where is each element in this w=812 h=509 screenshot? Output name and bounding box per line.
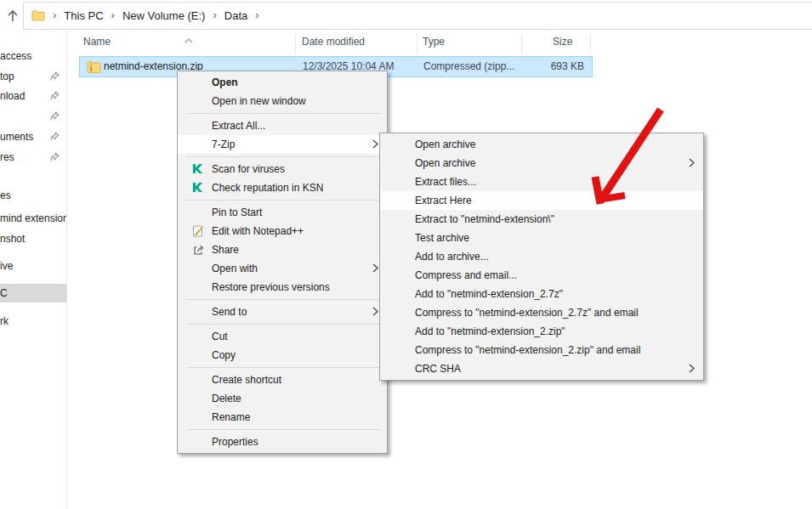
menu-item-add-to-netmind-extension-2-7z[interactable]: Add to "netmind-extension_2.7z" [380,285,703,303]
menu-item-label: Create shortcut [212,374,281,386]
column-header-type[interactable]: Type [423,36,445,48]
pin-icon [50,71,60,83]
submenu-arrow-icon [372,263,378,275]
sort-ascending-icon [185,31,193,47]
menu-item-extract-files[interactable]: Extract files... [380,172,703,191]
menu-item-label: Delete [212,393,241,404]
sidebar-item-label: uments [0,131,33,143]
menu-item-label: Properties [212,436,258,448]
sidebar-item-access[interactable]: access [0,47,66,65]
column-header-size[interactable]: Size [553,36,572,48]
sidebar-item-label: rk [0,315,9,327]
menu-item-label: CRC SHA [415,363,461,375]
sidebar-item-ive[interactable]: ive [0,257,66,275]
menu-item-crc-sha[interactable]: CRC SHA [380,359,703,378]
menu-item-test-archive[interactable]: Test archive [380,229,703,247]
sidebar-item-nload[interactable]: nload [0,87,66,105]
pin-icon [50,152,60,164]
sidebar-item-label: es [0,189,11,201]
menu-item-properties[interactable]: Properties [178,433,387,451]
seven-zip-submenu: Open archiveOpen archiveExtract files...… [379,133,704,381]
sidebar-item-blank[interactable] [0,107,66,126]
menu-item-rename[interactable]: Rename [178,408,387,427]
sidebar-item-nshot[interactable]: nshot [0,229,66,248]
sidebar-item-label: nshot [0,233,25,245]
kaspersky-icon [192,182,204,194]
menu-item-label: Extract Here [415,195,472,206]
column-header-name[interactable]: Name [83,36,111,48]
menu-item-label: Open archive [415,157,475,169]
menu-separator [186,367,381,368]
menu-item-add-to-netmind-extension-2-zip[interactable]: Add to "netmind-extension_2.zip" [380,322,703,341]
menu-item-scan-for-viruses[interactable]: Scan for viruses [178,160,387,178]
sidebar-item-label: access [0,50,31,62]
menu-item-open-archive[interactable]: Open archive [380,135,703,154]
menu-item-compress-to-netmind-extension-2-zip-and-email[interactable]: Compress to "netmind-extension_2.zip" an… [380,341,703,359]
menu-item-label: Compress to "netmind-extension_2.zip" an… [415,344,640,356]
menu-item-open-archive[interactable]: Open archive [380,154,703,172]
breadcrumb-item-new-volume-e[interactable]: New Volume (E:) [122,9,206,22]
up-arrow-icon [5,8,20,24]
address-bar[interactable]: ›This PC›New Volume (E:)›Data› [23,2,812,30]
sidebar-item-top[interactable]: top [0,67,66,86]
menu-item-copy[interactable]: Copy [178,346,387,365]
menu-item-label: Scan for viruses [212,163,285,175]
menu-item-label: Share [212,244,239,256]
menu-item-label: Open with [212,263,258,274]
menu-item-extract-here[interactable]: Extract Here [380,191,703,210]
menu-item-label: Send to [212,306,247,318]
notepadpp-icon [192,225,204,237]
menu-item-label: Open in new window [212,95,306,107]
column-header-date-modified[interactable]: Date modified [302,36,365,48]
breadcrumb-item-data[interactable]: Data [224,9,247,22]
submenu-arrow-icon [689,158,695,170]
menu-separator [186,156,381,157]
menu-separator [186,113,381,114]
menu-item-open[interactable]: Open [178,73,387,92]
menu-item-open-with[interactable]: Open with [178,259,387,278]
zip-file-icon [87,60,101,76]
menu-item-edit-with-notepad[interactable]: Edit with Notepad++ [178,222,387,240]
menu-item-label: Add to "netmind-extension_2.7z" [415,288,563,300]
sidebar-item-label: res [0,151,14,163]
sidebar-item-mind-extension[interactable]: mind extension [0,209,66,228]
menu-separator [186,324,381,325]
menu-item-extract-to-netmind-extension[interactable]: Extract to "netmind-extension\" [380,210,703,229]
submenu-arrow-icon [372,139,378,151]
menu-item-label: Extract All... [212,120,265,132]
sidebar-item-label: ive [0,260,13,272]
menu-item-check-reputation-in-ksn[interactable]: Check reputation in KSN [178,178,387,197]
menu-item-label: Open [212,76,238,88]
menu-item-label: 7-Zip [212,139,235,150]
menu-item-cut[interactable]: Cut [178,327,387,346]
menu-item-pin-to-start[interactable]: Pin to Start [178,203,387,222]
menu-item-open-in-new-window[interactable]: Open in new window [178,92,387,110]
sidebar-item-es[interactable]: es [0,186,66,205]
menu-item-7-zip[interactable]: 7-Zip [178,135,387,154]
menu-item-restore-previous-versions[interactable]: Restore previous versions [178,278,387,297]
menu-item-create-shortcut[interactable]: Create shortcut [178,370,387,389]
menu-item-label: Compress and email... [415,269,517,281]
menu-item-delete[interactable]: Delete [178,389,387,408]
menu-item-label: Pin to Start [212,206,262,218]
column-separator [295,34,296,54]
sidebar-item-c[interactable]: C [0,284,66,303]
menu-item-compress-and-email[interactable]: Compress and email... [380,266,703,285]
menu-item-compress-to-netmind-extension-2-7z-and-email[interactable]: Compress to "netmind-extension_2.7z" and… [380,303,703,322]
column-separator [590,34,591,54]
menu-item-extract-all[interactable]: Extract All... [178,116,387,135]
menu-separator [186,429,381,430]
menu-item-add-to-archive[interactable]: Add to archive... [380,247,703,266]
navigate-up-button[interactable] [4,8,21,25]
sidebar-item-res[interactable]: res [0,148,66,167]
menu-item-label: Compress to "netmind-extension_2.7z" and… [415,307,639,319]
pin-icon [50,132,60,144]
breadcrumb-item-this-pc[interactable]: This PC [64,9,103,22]
sidebar-item-uments[interactable]: uments [0,127,66,146]
pin-icon [50,91,60,103]
column-separator [417,34,417,54]
menu-item-send-to[interactable]: Send to [178,303,387,321]
menu-item-share[interactable]: Share [178,240,387,259]
sidebar-divider [66,31,67,509]
sidebar-item-rk[interactable]: rk [0,312,66,331]
